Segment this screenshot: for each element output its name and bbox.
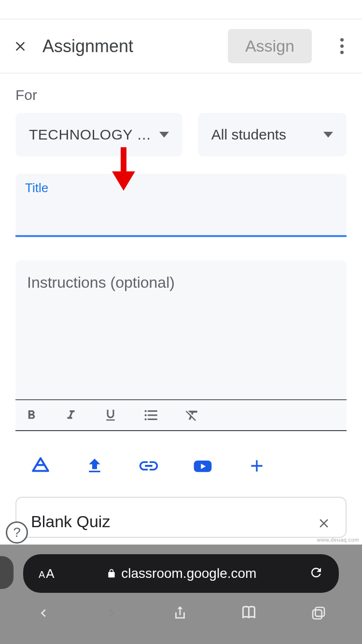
status-bar [0,0,362,19]
content: For TECHNOLOGY … All students Title Inst… [0,73,362,538]
underline-icon [103,408,118,422]
annotation-arrow-icon [112,147,135,191]
attachment-card[interactable]: Blank Quiz [15,497,347,538]
instructions-placeholder: Instructions (optional) [27,274,335,292]
italic-icon [64,408,78,422]
close-icon [13,39,28,54]
svg-rect-5 [315,607,324,616]
link-icon [138,455,160,477]
italic-button[interactable] [64,408,78,422]
more-vert-icon [340,38,344,42]
bookmarks-icon [241,604,258,622]
attach-youtube-button[interactable] [187,450,218,481]
url-display: classroom.google.com [55,566,309,581]
header: Assignment Assign [0,19,362,73]
students-selector-label: All students [211,126,286,143]
instructions-section: Instructions (optional) [15,260,347,431]
title-label: Title [25,181,337,196]
forward-icon [104,605,119,621]
close-button[interactable] [12,38,29,55]
attach-link-button[interactable] [133,450,164,481]
reload-icon [309,565,323,580]
drive-icon [30,456,51,476]
underline-button[interactable] [103,408,118,422]
address-bar[interactable]: AA classroom.google.com [23,554,339,593]
page-title: Assignment [42,36,214,56]
chevron-down-icon [159,132,169,138]
bulleted-list-icon [143,407,159,423]
attach-drive-button[interactable] [25,450,56,481]
back-icon [36,605,51,621]
svg-rect-4 [313,610,322,619]
remove-attachment-button[interactable] [317,515,331,535]
reload-button[interactable] [309,565,323,582]
attach-create-button[interactable] [241,450,272,481]
class-selector[interactable]: TECHNOLOGY … [15,113,182,156]
help-button[interactable]: ? [6,521,28,544]
svg-rect-0 [121,147,126,174]
attachment-title: Blank Quiz [31,512,110,531]
browser-tabs-button[interactable] [311,605,326,623]
class-selector-label: TECHNOLOGY … [29,126,152,143]
title-field[interactable]: Title [15,174,347,237]
browser-toolbar [0,593,362,635]
tabs-icon [311,605,326,621]
browser-share-button[interactable] [172,605,188,623]
assign-button[interactable]: Assign [228,29,312,63]
url-text: classroom.google.com [121,566,256,581]
title-input[interactable] [25,199,337,216]
text-size-icon: A [39,569,45,580]
attach-upload-button[interactable] [79,450,110,481]
clear-format-button[interactable] [184,407,200,423]
bold-icon [24,408,39,422]
more-options-button[interactable] [333,38,350,54]
browser-bookmarks-button[interactable] [241,604,258,624]
chevron-down-icon [323,132,333,138]
add-icon [247,456,266,476]
list-button[interactable] [143,407,159,423]
browser-back-button[interactable] [36,605,51,623]
attachment-toolbar [15,450,347,497]
svg-marker-1 [112,171,135,191]
for-label: For [15,87,347,103]
close-icon [317,516,331,531]
for-row: TECHNOLOGY … All students [15,113,347,156]
clear-formatting-icon [184,407,200,423]
browser-forward-button[interactable] [104,605,119,623]
lock-icon [107,569,116,578]
text-size-button[interactable]: AA [39,566,55,581]
students-selector[interactable]: All students [198,113,347,156]
instructions-input[interactable]: Instructions (optional) [15,260,347,400]
safari-chrome: AA classroom.google.com [0,545,362,644]
format-toolbar [15,400,347,431]
upload-icon [85,456,104,476]
watermark: www.deuaq.com [317,537,359,543]
help-icon: ? [13,525,21,540]
bold-button[interactable] [24,408,39,422]
youtube-icon [192,455,213,476]
share-icon [172,605,188,621]
